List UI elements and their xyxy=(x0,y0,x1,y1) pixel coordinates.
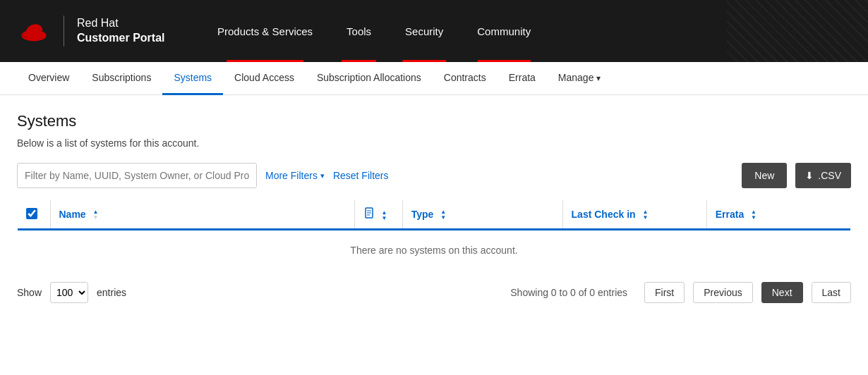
subnav-subscriptions[interactable]: Subscriptions xyxy=(80,62,162,95)
sort-type-icon xyxy=(440,209,446,221)
sort-errata-icon xyxy=(751,209,757,221)
pagination-bar: Show 10 25 50 100 entries Showing 0 to 0… xyxy=(17,282,851,303)
page-title: Systems xyxy=(17,112,851,130)
select-all-header xyxy=(18,200,51,230)
sort-doc-icon xyxy=(381,210,387,221)
no-data-row: There are no systems on this account. xyxy=(18,230,851,271)
subnav-cloud-access[interactable]: Cloud Access xyxy=(223,62,306,95)
entries-label: entries xyxy=(97,287,126,298)
col-header-last-checkin[interactable]: Last Check in xyxy=(562,200,706,230)
nav-item-products-services[interactable]: Products & Services xyxy=(200,0,330,62)
filter-input[interactable] xyxy=(17,163,257,188)
nav-item-community[interactable]: Community xyxy=(460,0,548,62)
redhat-logo-icon xyxy=(17,14,51,48)
reset-filters-button[interactable]: Reset Filters xyxy=(333,170,389,181)
subnav-contracts[interactable]: Contracts xyxy=(433,62,498,95)
toolbar: More Filters Reset Filters New ⬇ .CSV xyxy=(17,163,851,188)
sub-nav: Overview Subscriptions Systems Cloud Acc… xyxy=(0,62,868,95)
document-icon xyxy=(363,207,375,219)
subnav-errata[interactable]: Errata xyxy=(498,62,547,95)
last-page-button[interactable]: Last xyxy=(812,282,851,303)
download-icon: ⬇ xyxy=(805,170,814,181)
no-data-message: There are no systems on this account. xyxy=(18,230,851,271)
showing-text: Showing 0 to 0 of 0 entries xyxy=(510,287,627,298)
subnav-overview[interactable]: Overview xyxy=(17,62,80,95)
nav-item-security[interactable]: Security xyxy=(388,0,460,62)
logo-text: Red Hat Customer Portal xyxy=(77,16,164,46)
top-header: Red Hat Customer Portal Products & Servi… xyxy=(0,0,868,62)
show-label: Show xyxy=(17,287,42,298)
new-button[interactable]: New xyxy=(742,163,787,188)
select-all-checkbox[interactable] xyxy=(26,208,37,219)
header-bg-pattern xyxy=(727,0,868,62)
next-page-button[interactable]: Next xyxy=(761,282,803,303)
sort-checkin-icon xyxy=(642,209,648,221)
subnav-subscription-allocations[interactable]: Subscription Allocations xyxy=(306,62,433,95)
table-body: There are no systems on this account. xyxy=(18,230,851,271)
first-page-button[interactable]: First xyxy=(644,282,685,303)
page-description: Below is a list of systems for this acco… xyxy=(17,137,851,149)
col-header-name[interactable]: Name xyxy=(50,200,354,230)
nav-item-tools[interactable]: Tools xyxy=(330,0,388,62)
col-header-errata[interactable]: Errata xyxy=(706,200,850,230)
main-content: Systems Below is a list of systems for t… xyxy=(0,95,868,320)
subnav-manage[interactable]: Manage xyxy=(547,62,612,95)
col-header-doc[interactable] xyxy=(354,200,402,230)
table-header-row: Name Type Last Chec xyxy=(18,200,851,230)
subnav-systems[interactable]: Systems xyxy=(162,62,223,95)
more-filters-button[interactable]: More Filters xyxy=(265,170,325,181)
sort-name-icon xyxy=(93,209,99,221)
previous-page-button[interactable]: Previous xyxy=(693,282,752,303)
header-logo[interactable]: Red Hat Customer Portal xyxy=(17,14,172,48)
logo-divider xyxy=(64,16,64,47)
entries-select[interactable]: 10 25 50 100 xyxy=(50,282,88,303)
col-header-type[interactable]: Type xyxy=(402,200,562,230)
systems-table: Name Type Last Chec xyxy=(17,199,851,271)
csv-button[interactable]: ⬇ .CSV xyxy=(795,163,851,188)
